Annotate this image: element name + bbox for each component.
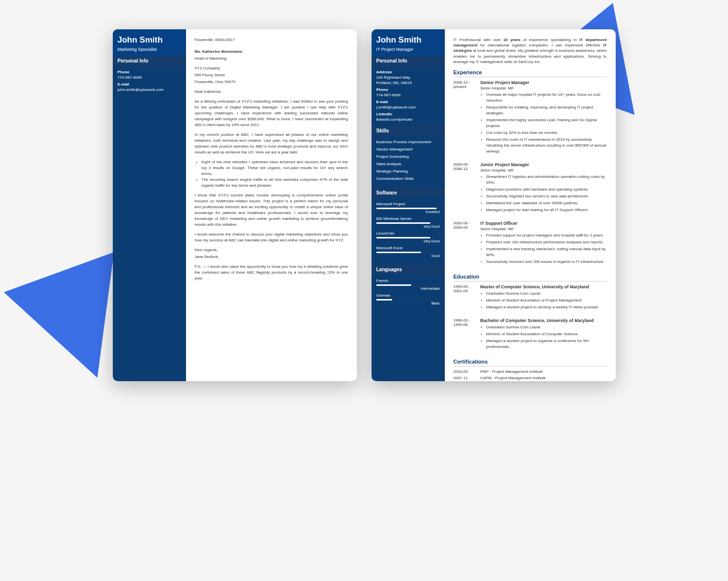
cv-info-heading: Personal Info (372, 56, 445, 66)
cover-letter-page: John Smith Marketing Specialist Personal… (113, 29, 357, 381)
cv-entry: 2004-09 - 2006-12Junior Project ManagerS… (454, 162, 607, 217)
cv-entry: 1999-09 - 2001-05Master of Computer Scie… (454, 284, 607, 314)
addr2: Portland, ME, 04019 (376, 81, 440, 85)
cv-name: John Smith (376, 35, 440, 45)
skill-bar (376, 208, 440, 209)
entry-title: IT Support Officer (480, 221, 607, 226)
email-value: john.smith@uptowork.com (118, 87, 181, 92)
entry-bullet: Streamlined IT logistics and administrat… (486, 174, 607, 186)
entry-bullet: Successfully migrated two servers to new… (486, 194, 607, 199)
cover-title: Marketing Specialist (118, 47, 181, 52)
software-item-name: Microsoft Project (376, 202, 440, 206)
cover-name: John Smith (118, 35, 181, 45)
cv-info-section: Address 134 Rightward Way Portland, ME, … (372, 66, 445, 126)
email-label: E-mail (118, 82, 181, 86)
software-heading: Software (372, 188, 445, 198)
education-list: 1999-09 - 2001-05Master of Computer Scie… (454, 284, 607, 354)
entry-date: 2004-09 - 2006-12 (454, 162, 480, 217)
letter-date: Flowerville, 06/01/2017 (195, 37, 348, 43)
cert-text: PMP - Project Management Institute (480, 369, 543, 374)
cover-name-block: John Smith Marketing Specialist (113, 29, 186, 56)
skill-item: Project Scheduling (376, 154, 440, 159)
cert-text: CAPM - Project Management Institute (480, 376, 546, 380)
entry-subtitle: Seton Hospital, ME (480, 168, 607, 172)
cv-linkedin-label: LinkedIn (376, 112, 440, 116)
software-list: Microsoft ProjectExcellentMS Windows Ser… (372, 198, 445, 264)
cv-entry: 2006-12 - presentSenior Project ManagerS… (454, 80, 607, 158)
pages-container: John Smith Marketing Specialist Personal… (113, 29, 616, 381)
bullet-list: Eight of the nine websites I optimized h… (202, 159, 348, 189)
entry-bullet: Successfully resolved over 200 issues in… (486, 259, 607, 265)
entry-bullet: Managed a student project to develop a w… (486, 304, 607, 310)
entry-bullet: Implemented a new tracking dashboard, cu… (486, 246, 607, 258)
software-item-name: Linux/Unix (376, 231, 440, 236)
cover-body: Flowerville, 06/01/2017 Ms. Katherine Bl… (186, 29, 357, 381)
software-item: Microsoft ProjectExcellent (376, 202, 440, 214)
skill-level: Good (376, 254, 440, 258)
recipient-title: Head of Marketing (195, 56, 348, 62)
cv-phone: 774-987-4009 (376, 93, 440, 97)
phone-label: Phone (118, 70, 181, 74)
software-item-name: Microsoft Excel (376, 246, 440, 250)
cover-info-heading: Personal Info (113, 56, 186, 66)
skill-item: Strategic Planning (376, 169, 440, 173)
entry-title: Bachelor of Computer Science, University… (480, 318, 607, 323)
certifications-list: 2010-05PMP - Project Management Institut… (454, 369, 607, 380)
language-item-name: German (376, 293, 440, 298)
skill-level: Very Good (376, 225, 440, 228)
para-2: In my current position at ABC, I have su… (195, 132, 348, 155)
company-addr2: Flowerville, Ohio 55675 (195, 79, 348, 85)
phone-value: 774-987-4009 (118, 75, 181, 80)
para-4: I would welcome the chance to discuss yo… (195, 232, 348, 243)
languages-list: FrenchIntermediateGermanBasic (372, 275, 445, 312)
cv-email-label: E-mail (376, 100, 440, 104)
entry-bullet: Graduated Summa Cum Laude. (486, 324, 607, 330)
entry-bullet: Implemented the highly successful Lean T… (486, 117, 607, 129)
addr1: 134 Rightward Way (376, 75, 440, 80)
cv-main: IT Professional with over 10 years of ex… (445, 29, 616, 381)
entry-title: Senior Project Manager (480, 80, 607, 85)
language-item: GermanBasic (376, 293, 440, 305)
cv-phone-label: Phone (376, 87, 440, 92)
signature: Jane Redlock (195, 254, 348, 260)
cv-name-block: John Smith IT Project Manager (372, 29, 445, 56)
experience-heading: Experience (454, 69, 607, 77)
cv-page: John Smith IT Project Manager Personal I… (372, 29, 616, 381)
skill-bar (376, 252, 440, 253)
entry-subtitle: Seton Hospital, ME (480, 227, 607, 231)
skill-item: Business Process Improvement (376, 140, 440, 144)
skill-level: Basic (376, 301, 440, 305)
bullet-2: The incoming search engine traffic to al… (202, 177, 348, 189)
skills-list: Business Process ImprovementVendor Manag… (372, 136, 445, 188)
entry-subtitle: Seton Hospital, ME (480, 86, 607, 90)
software-item: Microsoft ExcelGood (376, 246, 440, 258)
greeting: Dear Katherine, (195, 89, 348, 95)
entry-title: Junior Project Manager (480, 162, 607, 167)
education-heading: Education (454, 274, 607, 281)
entry-bullet: Reduced the costs of IT maintenance in 2… (486, 137, 607, 154)
summary: IT Professional with over 10 years of ex… (454, 37, 607, 65)
skill-level: Excellent (376, 210, 440, 214)
cert-row: 2007-11CAPM - Project Management Institu… (454, 376, 607, 380)
skill-item: Vendor Management (376, 147, 440, 151)
entry-bullet: Member of Student Association of Project… (486, 298, 607, 303)
software-item-name: MS Windows Server (376, 216, 440, 221)
cv-linkedin: linkedin.com/johnutw (376, 117, 440, 122)
addr-label: Address (376, 70, 440, 74)
sign-off: Kind regards, (195, 247, 348, 253)
para-1: As a lifelong enthusiast of XYZ's market… (195, 99, 348, 128)
skills-heading: Skills (372, 126, 445, 136)
company-name: XYZ Company (195, 65, 348, 71)
bullet-1: Eight of the nine websites I optimized h… (202, 159, 348, 177)
cv-title: IT Project Manager (376, 47, 440, 52)
software-item: MS Windows ServerVery Good (376, 216, 440, 228)
entry-title: Master of Computer Science, University o… (480, 284, 607, 289)
cert-row: 2010-05PMP - Project Management Institut… (454, 369, 607, 374)
cert-date: 2010-05 (454, 369, 480, 374)
entry-date: 1999-09 - 2001-05 (454, 284, 480, 314)
entry-date: 2002-08 - 2004-09 (454, 221, 480, 269)
skill-bar (376, 299, 440, 301)
cover-info-section: Phone 774-987-4009 E-mail john.smith@upt… (113, 66, 186, 96)
entry-bullet: Responsible for creating, improving, and… (486, 105, 607, 116)
entry-bullet: Provided support for project managers an… (486, 233, 607, 238)
